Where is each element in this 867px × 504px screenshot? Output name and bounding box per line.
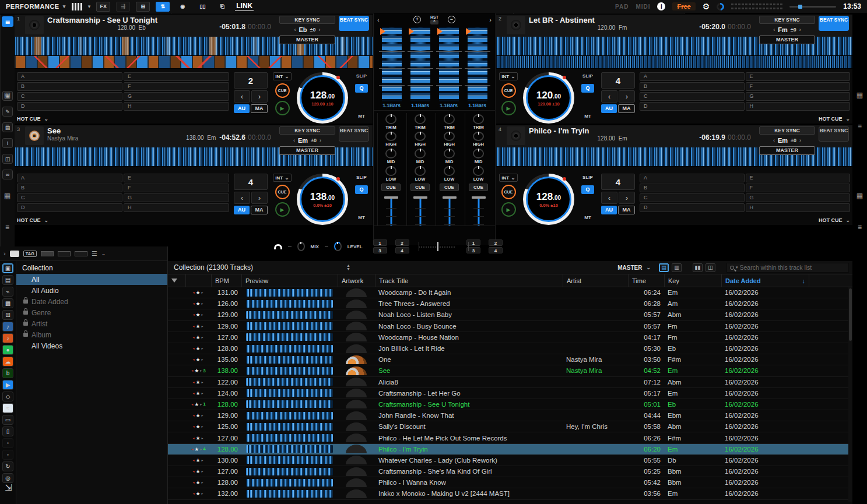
hot-cue-pad[interactable]: E	[746, 174, 851, 182]
preview-cell[interactable]	[241, 479, 338, 487]
source-icon[interactable]: ♪	[2, 333, 13, 343]
channel-cue-button[interactable]: CUE	[381, 184, 401, 191]
preview-cell[interactable]	[241, 389, 338, 397]
key-column-header[interactable]: Key	[664, 274, 721, 287]
source-icon[interactable]: ▣	[2, 263, 13, 273]
jog-wheel[interactable]: 120.00 120.00 ±10	[523, 72, 574, 124]
key-sync-button[interactable]: KEY SYNC	[759, 16, 815, 24]
hot-cue-pad[interactable]: G	[124, 92, 229, 101]
plan-badge[interactable]: Free	[672, 2, 695, 10]
hot-cue-mode-select[interactable]: HOT CUE⌄	[640, 217, 850, 223]
hot-cue-pad[interactable]: D	[17, 102, 122, 111]
rating-column-header[interactable]	[185, 274, 211, 287]
source-icon[interactable]: ▶	[2, 380, 13, 390]
high-eq-knob[interactable]	[444, 132, 455, 142]
cue-assign-button[interactable]: 1	[373, 239, 387, 246]
table-row[interactable]: ◄★► 127.00 Philco - He Let Me Pick Out S…	[168, 432, 852, 443]
expand-icon[interactable]: ›	[3, 250, 6, 257]
hot-cue-pad[interactable]: G	[746, 193, 851, 202]
low-eq-knob[interactable]	[415, 166, 426, 176]
rating-cell[interactable]: ◄★►	[185, 435, 211, 441]
quantize-button[interactable]: Q	[581, 84, 594, 93]
cue-assign-button[interactable]: 1	[466, 239, 480, 246]
jog-wheel[interactable]: 128.00 0.0% ±10	[523, 174, 574, 225]
source-icon[interactable]: ↻	[2, 461, 13, 471]
hot-cue-pad[interactable]: B	[17, 184, 122, 192]
manual-button[interactable]: MA	[251, 104, 268, 113]
rating-cell[interactable]: ◄★►	[185, 457, 211, 463]
view-simple-list-icon[interactable]: ▥	[672, 263, 682, 272]
slip-button[interactable]: SLIP	[582, 73, 593, 79]
table-row[interactable]: ◄★► 122.00 Alicia8 07:12 Abm 16/02/2026	[168, 377, 852, 388]
sampler-panel-button[interactable]: ⇶	[116, 2, 130, 12]
table-row[interactable]: ◄★► 4 128.00 Philco - I'm Tryin 06:20 Em…	[168, 444, 852, 455]
manual-button[interactable]: MA	[618, 206, 635, 214]
table-row[interactable]: ◄★► 135.00 One Nastya Mira 03:50 F#m 16/…	[168, 354, 852, 365]
key-sync-button[interactable]: KEY SYNC	[759, 126, 815, 135]
cue-assign-button[interactable]: 3	[373, 247, 387, 253]
preview-cell[interactable]	[241, 322, 338, 330]
preview-cell[interactable]	[241, 356, 338, 364]
tree-item[interactable]: Artist	[16, 318, 167, 329]
low-eq-knob[interactable]	[444, 166, 455, 176]
hot-cue-mode-select[interactable]: HOT CUE⌄	[17, 217, 229, 223]
source-icon[interactable]: ●	[2, 345, 13, 355]
beat-sync-button[interactable]: BEAT SYNC	[339, 16, 369, 31]
chevron-down-icon[interactable]: ▾	[88, 3, 91, 9]
beat-sync-button[interactable]: BEAT SYNC	[819, 126, 849, 142]
auto-button[interactable]: AU	[601, 206, 617, 214]
hot-cue-pad[interactable]: C	[17, 92, 122, 101]
channel-fader[interactable]	[382, 195, 400, 225]
pad-label[interactable]: PAD	[615, 3, 629, 10]
table-row[interactable]: ◄★► 132.00 Inkko x Monoko - Making U v2 …	[168, 488, 852, 499]
table-row[interactable]: ◄★► 131.00 Woodcamp - Do It Again 06:24 …	[168, 287, 852, 298]
pad-view-icon[interactable]: ▦	[4, 91, 10, 99]
rating-cell[interactable]: ◄★► 4	[185, 446, 211, 452]
channel-cue-button[interactable]: CUE	[469, 184, 488, 191]
cue-assign-button[interactable]: 3	[466, 247, 480, 253]
key-sync-button[interactable]: KEY SYNC	[279, 16, 335, 24]
filter-column-header[interactable]	[168, 274, 185, 287]
fx-panel-button[interactable]: FX	[96, 2, 110, 12]
source-icon[interactable]: ▤	[2, 275, 13, 285]
list-view-icon[interactable]: ≡	[858, 223, 862, 231]
rating-cell[interactable]: ◄★►	[185, 357, 211, 362]
table-row[interactable]: ◄★► 129.00 John Randle - Know That 04:44…	[168, 410, 852, 421]
view-2-column-icon[interactable]: ◫	[705, 263, 715, 272]
cue-assign-button[interactable]: 4	[395, 247, 409, 253]
trim-knob[interactable]	[444, 114, 455, 124]
sort-toggle-icon[interactable]: ▲▼	[346, 264, 350, 270]
hot-cue-pad[interactable]: A	[17, 72, 122, 81]
link-button[interactable]: LINK	[235, 2, 254, 11]
high-eq-knob[interactable]	[473, 132, 484, 142]
preview-cell[interactable]	[241, 456, 338, 464]
hot-cue-pad[interactable]: G	[746, 92, 851, 101]
play-button[interactable]: ▶	[275, 101, 290, 115]
hot-cue-pad[interactable]: D	[640, 203, 745, 212]
artwork-column-header[interactable]: Artwork	[338, 274, 375, 287]
headphone-level-knob[interactable]	[334, 242, 342, 251]
key-selector[interactable]: ‹ Eb ±0 ›	[279, 26, 335, 34]
hot-cue-pad[interactable]: A	[640, 174, 745, 182]
high-eq-knob[interactable]	[415, 132, 426, 142]
source-icon[interactable]: ▩	[2, 298, 13, 308]
tree-item[interactable]: Genre	[16, 307, 167, 318]
date-added-column-header[interactable]: Date Added↓	[721, 274, 809, 287]
rating-cell[interactable]: ◄★►	[185, 468, 211, 474]
hot-cue-mode-select[interactable]: HOT CUE⌄	[17, 116, 229, 122]
midi-label[interactable]: MIDI	[636, 3, 650, 10]
info-icon[interactable]: i	[657, 2, 665, 10]
mid-eq-knob[interactable]	[385, 149, 396, 158]
headphone-mix-knob[interactable]	[297, 242, 305, 251]
beat-sync-button[interactable]: BEAT SYNC	[339, 126, 369, 142]
cue-button[interactable]: CUE	[501, 83, 516, 98]
hot-cue-pad[interactable]: B	[640, 184, 745, 192]
source-icon[interactable]: ♪	[2, 322, 13, 332]
chevron-down-icon[interactable]: ▾	[736, 265, 738, 270]
export-button[interactable]: ⎗	[215, 2, 229, 12]
channel-fader[interactable]	[412, 195, 429, 225]
hot-cue-pad[interactable]: F	[746, 82, 851, 91]
pad-view-icon[interactable]: ▦	[4, 192, 10, 200]
beat-jump-back-button[interactable]: ‹	[234, 192, 250, 204]
bpm-column-header[interactable]: BPM	[211, 274, 241, 287]
